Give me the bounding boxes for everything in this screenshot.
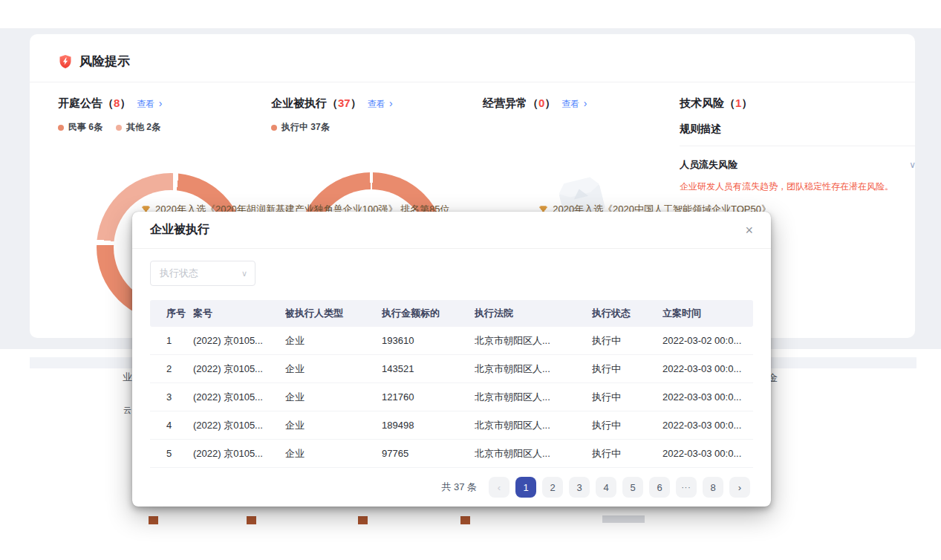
table-cell: 2022-03-03 00:0... (662, 391, 753, 403)
chevron-right-icon: › (584, 97, 587, 109)
table-cell: 121760 (382, 391, 475, 403)
table-cell: (2022) 京0105... (193, 391, 285, 404)
select-placeholder: 执行状态 (160, 267, 198, 280)
execution-status-select[interactable]: 执行状态 ∨ (150, 261, 255, 286)
table-header-cell: 案号 (193, 307, 285, 320)
legend-item: 其他 2条 (116, 121, 160, 134)
table-row: 1(2022) 京0105...企业193610北京市朝阳区人...执行中202… (150, 327, 753, 355)
legend-label: 其他 2条 (126, 121, 160, 134)
section-court-announcements: 开庭公告 （ 8 ） 查看 › 民事 6条 其他 2条 (58, 97, 162, 134)
table-header-cell: 执行金额标的 (382, 307, 475, 320)
table-header-cell: 立案时间 (662, 307, 753, 320)
pagination-ellipsis-button[interactable]: ··· (676, 477, 697, 498)
table-cell: 2022-03-03 00:0... (662, 448, 753, 459)
section-enterprise-execution: 企业被执行 （ 37 ） 查看 › 执行中 37条 (271, 97, 393, 134)
table-cell: 1 (150, 335, 193, 346)
table-cell: 4 (150, 420, 193, 431)
pagination-page-button[interactable]: 3 (569, 477, 590, 498)
table-header-cell: 执行法院 (475, 307, 592, 320)
close-icon[interactable]: × (745, 224, 753, 237)
table-cell: 2 (150, 363, 193, 374)
chevron-down-icon: ∨ (241, 269, 247, 279)
legend-dot (116, 125, 122, 131)
legend-dot (271, 125, 277, 131)
section-tech-risk: 技术风险 （ 1 ） 规则描述 人员流失风险 ∨ 企业研发人员有流失趋势，团队稳… (680, 97, 915, 193)
table-cell: 189498 (382, 420, 475, 431)
legend-dot (58, 125, 64, 131)
enterprise-execution-modal: 企业被执行 × 执行状态 ∨ 序号案号被执行人类型执行金额标的执行法院执行状态立… (132, 212, 771, 507)
pagination-next-button[interactable]: › (729, 477, 750, 498)
section-title-row: 开庭公告 （ 8 ） 查看 › (58, 97, 162, 111)
paren: ） (120, 97, 131, 111)
risk-item-collapse-row[interactable]: 人员流失风险 ∨ (680, 158, 915, 172)
chevron-right-icon: › (389, 97, 393, 109)
modal-body: 执行状态 ∨ 序号案号被执行人类型执行金额标的执行法院执行状态立案时间 1(20… (132, 249, 771, 498)
table-cell: 企业 (285, 334, 382, 348)
legend-label: 民事 6条 (68, 121, 102, 134)
risk-item-description: 企业研发人员有流失趋势，团队稳定性存在潜在风险。 (680, 180, 915, 193)
view-link-label: 查看 (368, 99, 385, 109)
view-link[interactable]: 查看 › (368, 97, 393, 111)
risk-item-name: 人员流失风险 (680, 158, 738, 172)
pagination-prev-button[interactable]: ‹ (489, 477, 509, 498)
paren: ） (741, 97, 752, 111)
shield-risk-icon (58, 54, 73, 69)
table-cell: 3 (150, 391, 193, 403)
pagination-page-button[interactable]: 4 (596, 477, 616, 498)
table-cell: 北京市朝阳区人... (475, 362, 592, 376)
pagination-page-button[interactable]: 1 (515, 477, 536, 498)
pagination-page-button[interactable]: 6 (649, 477, 670, 498)
occluded-bar-fragment (149, 516, 158, 524)
section-title-row: 经营异常 （ 0 ） 查看 › (483, 97, 587, 111)
table-cell: 企业 (285, 419, 382, 432)
table-cell: 5 (150, 448, 193, 459)
modal-table-body: 1(2022) 京0105...企业193610北京市朝阳区人...执行中202… (150, 327, 753, 468)
rule-description-label: 规则描述 (680, 123, 915, 136)
occluded-bar-fragment (247, 516, 256, 524)
section-title: 开庭公告 (58, 97, 102, 111)
table-row: 2(2022) 京0105...企业143521北京市朝阳区人...执行中202… (150, 355, 753, 383)
occluded-bar-fragment (460, 516, 470, 524)
table-cell: 企业 (285, 447, 382, 460)
paren: （ (327, 97, 338, 111)
table-cell: 执行中 (592, 419, 662, 432)
table-cell: 北京市朝阳区人... (475, 447, 592, 460)
section-title-row: 技术风险 （ 1 ） (680, 97, 915, 111)
section-business-anomaly: 经营异常 （ 0 ） 查看 › (483, 97, 587, 111)
table-row: 5(2022) 京0105...企业97765北京市朝阳区人...执行中2022… (150, 440, 753, 468)
table-cell: 执行中 (592, 362, 662, 376)
table-cell: 企业 (285, 362, 382, 376)
view-link-label: 查看 (137, 99, 154, 109)
section-count: 37 (338, 97, 351, 109)
table-header-cell: 被执行人类型 (285, 307, 382, 320)
legend-item: 执行中 37条 (271, 121, 330, 134)
paren: ） (351, 97, 362, 111)
pagination-page-button[interactable]: 8 (703, 477, 723, 498)
occluded-gray-fragment (602, 515, 645, 523)
table-cell: 143521 (382, 363, 475, 374)
pagination-total: 共 37 条 (441, 481, 477, 494)
section-count: 8 (114, 97, 120, 109)
section-title: 经营异常 (483, 97, 527, 111)
chevron-down-icon: ∨ (909, 160, 915, 170)
section-count: 0 (538, 97, 544, 109)
table-cell: (2022) 京0105... (193, 419, 285, 432)
page-title: 风险提示 (79, 53, 130, 70)
pagination-page-button[interactable]: 2 (542, 477, 563, 498)
table-cell: 北京市朝阳区人... (475, 334, 592, 348)
table-header-cell: 序号 (150, 307, 193, 320)
section-title: 企业被执行 (271, 97, 327, 111)
table-cell: 2022-03-03 00:0... (662, 363, 753, 374)
paren: ） (544, 97, 556, 111)
table-cell: 2022-03-03 00:0... (662, 420, 753, 431)
section-count: 1 (735, 97, 741, 109)
table-row: 3(2022) 京0105...企业121760北京市朝阳区人...执行中202… (150, 383, 753, 411)
table-cell: 企业 (285, 391, 382, 404)
view-link[interactable]: 查看 › (137, 97, 162, 111)
paren: （ (527, 97, 538, 111)
table-header-cell: 执行状态 (592, 307, 662, 320)
legend-label: 执行中 37条 (281, 121, 330, 134)
pagination-page-button[interactable]: 5 (622, 477, 643, 498)
header-divider (30, 82, 915, 82)
view-link[interactable]: 查看 › (561, 97, 587, 111)
